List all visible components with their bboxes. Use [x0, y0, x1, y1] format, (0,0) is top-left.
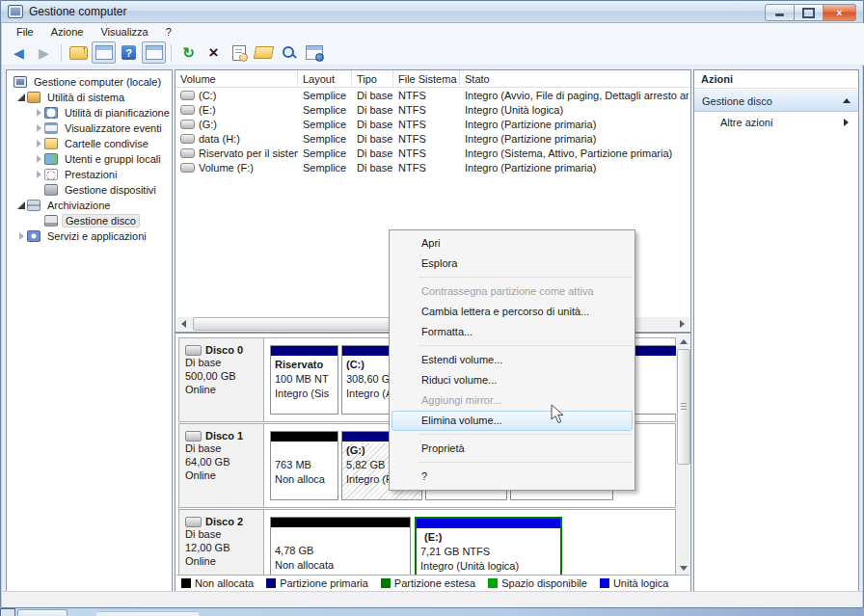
column-header-tipo[interactable]: Tipo — [352, 70, 393, 87]
console-tree-icon — [95, 45, 113, 60]
unallocated-region[interactable]: 763 MB Non alloca — [270, 431, 338, 500]
maximize-button[interactable] — [795, 4, 824, 21]
column-header-file-sistema[interactable]: File Sistema — [393, 70, 460, 87]
open-button[interactable] — [252, 41, 276, 64]
tree-item-gestione-disco[interactable]: Gestione disco — [7, 213, 172, 228]
task-scheduler-icon — [44, 107, 58, 119]
partition-riservato[interactable]: Riservato 100 MB NT Integro (Sis — [270, 345, 338, 415]
help-icon: ? — [122, 45, 136, 60]
show-console-tree-button[interactable] — [92, 41, 116, 64]
storage-icon — [27, 200, 40, 211]
title-bar[interactable]: Gestione computer × — [1, 1, 863, 23]
taskbar-item[interactable] — [96, 611, 199, 616]
manage-view-icon — [306, 45, 323, 60]
volume-row-data-h[interactable]: data (H:) Semplice Di base NTFS Integro … — [176, 131, 690, 146]
volume-list-header: Volume Layout Tipo File Sistema Stato — [176, 70, 690, 88]
collapse-arrow-icon[interactable] — [34, 155, 43, 163]
tree-item-visualizzatore-eventi[interactable]: Visualizzatore eventi — [7, 121, 172, 136]
scroll-left-icon[interactable] — [176, 317, 191, 331]
volume-row-c[interactable]: (C:) Semplice Di base NTFS Integro (Avvi… — [176, 88, 690, 102]
window-title: Gestione computer — [29, 5, 126, 18]
menu-separator — [418, 345, 633, 346]
tree-item-servizi-e-applicazioni[interactable]: Servizi e applicazioni — [7, 228, 172, 244]
close-button[interactable]: × — [824, 4, 856, 21]
app-icon — [8, 5, 23, 18]
submenu-arrow-icon — [844, 119, 849, 126]
minimize-button[interactable] — [765, 4, 795, 21]
menu-item-elimina-volume[interactable]: Elimina volume... — [392, 411, 633, 431]
tree-item-utenti-e-gruppi[interactable]: Utenti e gruppi locali — [7, 151, 172, 167]
expand-arrow-icon[interactable] — [16, 201, 26, 209]
expand-arrow-icon[interactable] — [16, 94, 26, 101]
menu-item-riduci-volume[interactable]: Riduci volume... — [392, 370, 633, 390]
collapse-arrow-icon[interactable] — [34, 140, 43, 147]
close-icon: × — [837, 8, 843, 18]
column-header-stato[interactable]: Stato — [460, 70, 687, 87]
properties-icon — [232, 45, 246, 61]
menu-item-estendi-volume[interactable]: Estendi volume... — [392, 350, 633, 370]
scroll-right-icon[interactable] — [675, 317, 689, 331]
disk-label-disco-1[interactable]: Disco 1 Di base 64,00 GB Online — [179, 424, 264, 507]
volume-icon — [180, 105, 195, 115]
show-action-pane-button[interactable] — [142, 41, 166, 64]
scroll-up-icon[interactable] — [676, 335, 690, 348]
menu-item-proprieta[interactable]: Proprietà — [392, 439, 633, 459]
volume-row-riservato[interactable]: Riservato per il sistema Semplice Di bas… — [176, 146, 690, 160]
collapse-section-icon[interactable] — [843, 98, 850, 103]
tree-item-utilita-di-sistema[interactable]: Utilità di sistema — [7, 90, 172, 105]
forward-button[interactable]: ▶ — [32, 41, 56, 64]
computer-icon — [14, 76, 27, 88]
actions-section-gestione-disco[interactable]: Gestione disco — [694, 90, 858, 112]
collapse-arrow-icon[interactable] — [34, 124, 43, 132]
refresh-button[interactable]: ↻ — [176, 41, 201, 64]
actions-item-altre-azioni[interactable]: Altre azioni — [694, 112, 858, 133]
action-pane-icon — [146, 45, 163, 60]
manage-view-button[interactable] — [302, 41, 326, 64]
tree-item-gestione-dispositivi[interactable]: Gestione dispositivi — [7, 182, 172, 198]
collapse-arrow-icon[interactable] — [34, 171, 43, 178]
legend-item: Unità logica — [600, 577, 668, 589]
menu-item-cambia-lettera[interactable]: Cambia lettera e percorso di unità... — [392, 302, 633, 322]
delete-icon: × — [209, 44, 219, 61]
taskbar-item[interactable] — [17, 609, 68, 616]
tree-item-gestione-computer[interactable]: Gestione computer (locale) — [7, 74, 172, 90]
volume-row-f[interactable]: Volume (F:) Semplice Di base NTFS Integr… — [176, 160, 690, 174]
menu-item-esplora[interactable]: Esplora — [392, 254, 633, 274]
scroll-down-icon[interactable] — [676, 561, 690, 575]
volume-row-g[interactable]: (G:) Semplice Di base NTFS Integro (Part… — [176, 117, 690, 131]
help-button[interactable]: ? — [117, 41, 141, 64]
legend-swatch — [266, 578, 276, 588]
disk-label-disco-0[interactable]: Disco 0 Di base 500,00 GB Online — [179, 338, 264, 421]
vertical-scrollbar[interactable] — [676, 335, 689, 575]
tree-item-archiviazione[interactable]: Archiviazione — [7, 198, 172, 213]
column-header-volume[interactable]: Volume — [176, 70, 298, 87]
volume-row-e[interactable]: (E:) Semplice Di base NTFS Integro (Unit… — [176, 102, 690, 117]
collapse-arrow-icon[interactable] — [16, 232, 26, 240]
back-button[interactable]: ◀ — [7, 41, 31, 64]
column-header-layout[interactable]: Layout — [298, 70, 352, 87]
menu-visualizza[interactable]: Visualizza — [92, 24, 156, 40]
vertical-scrollbar-thumb[interactable] — [677, 349, 690, 465]
menu-item-apri[interactable]: Apri — [392, 233, 633, 254]
system-tools-icon — [27, 92, 40, 103]
volume-icon — [180, 134, 195, 144]
menu-azione[interactable]: Azione — [42, 24, 93, 40]
tree-item-utilita-di-pianificazione[interactable]: Utilità di pianificazione — [7, 105, 172, 121]
tree-item-prestazioni[interactable]: Prestazioni — [7, 167, 172, 182]
disk-management-icon — [44, 215, 58, 227]
menu-separator — [418, 462, 633, 463]
menu-item-formatta[interactable]: Formatta... — [392, 322, 633, 342]
menu-help[interactable]: ? — [157, 24, 180, 40]
find-button[interactable] — [277, 41, 301, 64]
menu-item-help[interactable]: ? — [392, 467, 633, 487]
collapse-arrow-icon[interactable] — [34, 109, 43, 117]
up-one-level-button[interactable] — [67, 41, 91, 64]
taskbar-item[interactable] — [0, 608, 15, 616]
volume-icon — [180, 120, 195, 129]
delete-button[interactable]: × — [202, 41, 226, 64]
properties-button[interactable] — [227, 41, 251, 64]
performance-icon — [44, 169, 58, 180]
tree-item-cartelle-condivise[interactable]: Cartelle condivise — [7, 136, 172, 151]
logical-drive-bar — [417, 519, 560, 530]
menu-file[interactable]: File — [8, 24, 42, 40]
